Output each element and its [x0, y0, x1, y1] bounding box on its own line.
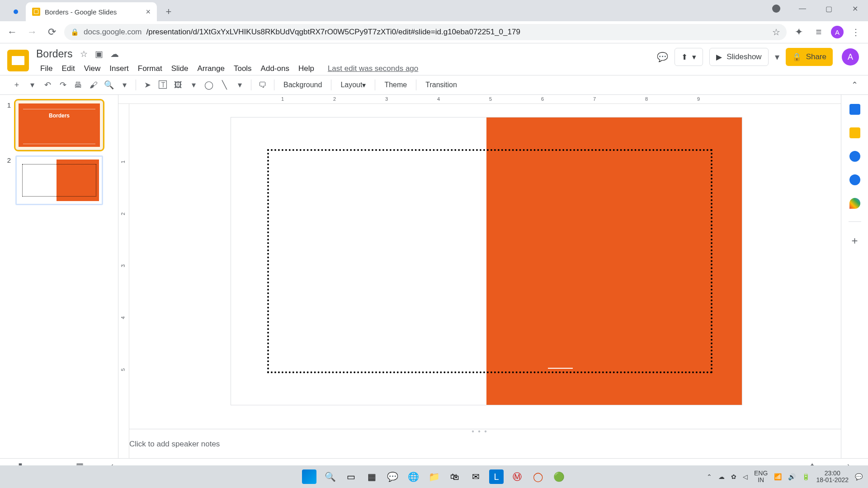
chat-icon[interactable]: 💬: [385, 469, 400, 484]
ruler-tick: 2: [333, 96, 336, 102]
doc-title[interactable]: Borders: [36, 48, 73, 60]
taskbar-tray: ⌃ ☁ ✿ ◁ ENG IN 📶 🔊 🔋 23:00 18-01-2022 💬: [707, 470, 868, 484]
tasks-icon[interactable]: [849, 151, 860, 162]
browser-tab[interactable]: Borders - Google Slides ×: [26, 2, 157, 21]
menu-slide[interactable]: Slide: [167, 62, 193, 75]
slide-thumb-2[interactable]: [15, 155, 103, 205]
volume-icon[interactable]: 🔊: [788, 473, 796, 480]
search-icon[interactable]: 🔍: [323, 469, 337, 484]
notifications-icon[interactable]: 💬: [855, 473, 863, 480]
explorer-icon[interactable]: 📁: [427, 469, 441, 484]
extensions-icon[interactable]: ✦: [791, 24, 807, 40]
comments-icon[interactable]: 💬: [657, 52, 668, 62]
ruler-tick: 6: [541, 96, 544, 102]
new-slide-dropdown[interactable]: ▾: [25, 78, 39, 92]
redo-button[interactable]: ↷: [56, 78, 70, 92]
office-icon[interactable]: ◯: [531, 469, 545, 484]
incognito-icon[interactable]: [763, 0, 789, 17]
wifi-icon[interactable]: 📶: [774, 473, 782, 480]
slides-logo-icon[interactable]: [7, 50, 29, 71]
menu-format[interactable]: Format: [134, 62, 166, 75]
image-dropdown[interactable]: ▾: [187, 78, 200, 92]
comment-button[interactable]: 🗨: [256, 78, 269, 92]
menu-arrange[interactable]: Arrange: [193, 62, 228, 75]
image-tool[interactable]: 🖼: [171, 78, 185, 92]
forward-button[interactable]: →: [24, 24, 40, 40]
new-slide-button[interactable]: +: [10, 78, 24, 92]
contacts-icon[interactable]: [849, 174, 860, 185]
chrome-taskbar-icon[interactable]: 🟢: [552, 469, 566, 484]
star-icon[interactable]: ☆: [80, 49, 88, 59]
zoom-button[interactable]: 🔍: [102, 78, 116, 92]
app-l-icon[interactable]: L: [489, 469, 504, 484]
reload-button[interactable]: ⟳: [44, 24, 60, 40]
widgets-icon[interactable]: ▦: [364, 469, 379, 484]
shape-tool[interactable]: ◯: [202, 78, 216, 92]
undo-button[interactable]: ↶: [41, 78, 54, 92]
address-bar[interactable]: 🔒 docs.google.com /presentation/d/1XtGxY…: [64, 24, 787, 40]
present-dropdown[interactable]: ⬆ ▾: [675, 48, 703, 66]
line-tool[interactable]: ╲: [217, 78, 231, 92]
language-indicator[interactable]: ENG IN: [754, 470, 768, 484]
close-window-button[interactable]: ✕: [842, 0, 868, 17]
mcafee-icon[interactable]: Ⓜ: [510, 469, 524, 484]
new-tab-button[interactable]: +: [160, 4, 177, 20]
profile-avatar[interactable]: A: [831, 26, 844, 38]
select-tool[interactable]: ➤: [141, 78, 154, 92]
slideshow-caret-icon[interactable]: ▾: [775, 52, 779, 62]
cloud-status-icon[interactable]: ☁: [110, 49, 119, 59]
taskview-icon[interactable]: ▭: [344, 469, 358, 484]
onedrive-icon[interactable]: ☁: [718, 473, 725, 480]
layout-button[interactable]: Layout ▾: [336, 78, 370, 92]
slide-canvas[interactable]: [231, 117, 742, 405]
add-addon-button[interactable]: +: [851, 235, 858, 247]
store-icon[interactable]: 🛍: [448, 469, 462, 484]
slide-stage[interactable]: [118, 104, 841, 429]
menu-file[interactable]: File: [36, 62, 57, 75]
keep-icon[interactable]: [849, 127, 860, 138]
textbox-tool[interactable]: 🅃: [156, 78, 170, 92]
line-dropdown[interactable]: ▾: [233, 78, 246, 92]
menu-tools[interactable]: Tools: [230, 62, 256, 75]
menu-edit[interactable]: Edit: [57, 62, 79, 75]
maps-icon[interactable]: [849, 198, 860, 209]
collapse-toolbar-icon[interactable]: ⌃: [851, 80, 858, 90]
paint-format-button[interactable]: 🖌: [87, 78, 100, 92]
menu-view[interactable]: View: [80, 62, 105, 75]
calendar-icon[interactable]: [849, 104, 860, 115]
chrome-menu-button[interactable]: ⋮: [848, 27, 863, 38]
minimize-button[interactable]: —: [789, 0, 816, 17]
slide-white-line[interactable]: [548, 368, 573, 369]
menu-help[interactable]: Help: [294, 62, 318, 75]
close-tab-icon[interactable]: ×: [146, 7, 151, 17]
transition-button[interactable]: Transition: [421, 78, 462, 92]
location-icon[interactable]: ◁: [743, 473, 748, 480]
start-icon[interactable]: [302, 469, 316, 484]
maximize-button[interactable]: ▢: [816, 0, 842, 17]
share-button[interactable]: 🔒 Share: [786, 48, 833, 66]
theme-button[interactable]: Theme: [380, 78, 411, 92]
background-button[interactable]: Background: [279, 78, 326, 92]
back-button[interactable]: ←: [5, 24, 20, 40]
tray-chevron-icon[interactable]: ⌃: [707, 473, 712, 480]
last-edit-link[interactable]: Last edit was seconds ago: [324, 62, 422, 75]
play-icon: ▶: [716, 52, 722, 62]
speaker-notes[interactable]: Click to add speaker notes: [118, 433, 841, 458]
clock[interactable]: 23:00 18-01-2022: [816, 470, 849, 484]
move-icon[interactable]: ▣: [95, 49, 103, 59]
menu-addons[interactable]: Add-ons: [257, 62, 293, 75]
battery-icon[interactable]: 🔋: [802, 473, 810, 480]
slide-dotted-border[interactable]: [267, 149, 712, 373]
reading-list-icon[interactable]: ≡: [811, 24, 826, 40]
slideshow-button[interactable]: ▶ Slideshow: [709, 48, 769, 66]
notes-drag-handle[interactable]: • • •: [118, 429, 841, 433]
mail-icon[interactable]: ✉: [468, 469, 483, 484]
account-avatar[interactable]: A: [842, 48, 859, 66]
tray-app-icon[interactable]: ✿: [731, 473, 736, 480]
edge-icon[interactable]: 🌐: [406, 469, 420, 484]
print-button[interactable]: 🖶: [71, 78, 85, 92]
menu-insert[interactable]: Insert: [105, 62, 133, 75]
zoom-dropdown[interactable]: ▾: [118, 78, 131, 92]
slide-thumb-1[interactable]: Borders: [15, 100, 103, 150]
bookmark-star-icon[interactable]: ☆: [772, 27, 780, 38]
